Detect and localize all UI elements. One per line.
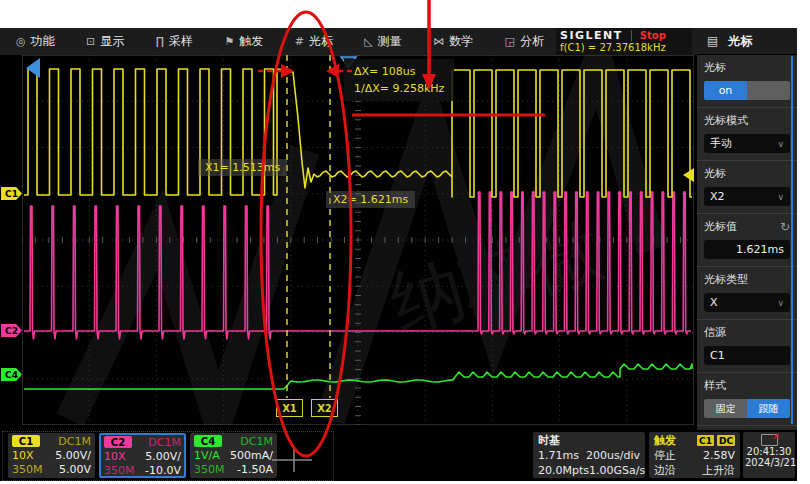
math-icon: ⋈: [433, 35, 444, 48]
c1-badge: C1: [12, 435, 40, 447]
trigger-flag-icon: ⚑: [224, 35, 234, 48]
chevron-down-icon: ∨: [777, 139, 784, 149]
menu-acquire[interactable]: ∏采样: [156, 33, 193, 50]
logo-status-block: SIGLENT Stop f(C1) = 27.37618kHz: [556, 28, 692, 55]
clock-time: 20:41:30: [745, 446, 793, 457]
x1-cursor-handle[interactable]: X1: [276, 399, 303, 417]
channel-c4-descriptor[interactable]: C4DC1M 1V/A500mA/ 350M-1.50A: [190, 433, 277, 478]
analysis-icon: ◲: [505, 35, 515, 48]
cursor-type-label: 光标类型: [704, 272, 790, 287]
clock-date: 2024/3/21: [745, 457, 793, 468]
waveform-display: 纳芯微: [22, 55, 694, 425]
measure-icon: ◺: [364, 35, 372, 48]
network-disconnected-icon[interactable]: ✕: [761, 434, 778, 446]
gear-icon: ◎: [16, 35, 26, 48]
style-segment: 固定 跟随: [704, 399, 790, 418]
menu-trigger[interactable]: ⚑触发: [224, 33, 263, 50]
channel-c2-descriptor[interactable]: C2DC1M 10X5.00V/ 350M-10.0V: [99, 433, 186, 478]
chevron-down-icon: ∨: [777, 298, 784, 308]
cursors-dialog-header[interactable]: ▤ 光标: [697, 28, 797, 55]
menu-analysis[interactable]: ◲分析: [505, 33, 544, 50]
trigger-source-badge: C1: [697, 435, 714, 446]
cursor-mode-label: 光标模式: [704, 113, 790, 128]
x2-cursor-readout: X2= 1.621ms: [326, 191, 415, 208]
cursor-icon: #: [295, 35, 304, 48]
c4-badge: C4: [194, 435, 222, 447]
x2-cursor-handle[interactable]: X2: [311, 399, 338, 417]
offset-cross-icon: [265, 438, 320, 474]
trigger-panel[interactable]: 触发 C1 DC 停止2.58V 边沿上升沿: [649, 432, 740, 478]
menu-math[interactable]: ⋈数学: [433, 33, 473, 50]
menu-cursors[interactable]: #光标: [295, 33, 333, 50]
style-label: 样式: [704, 378, 790, 393]
trigger-level-marker[interactable]: [683, 168, 694, 182]
datetime-panel: ✕ 20:41:30 2024/3/21: [743, 432, 795, 478]
menu-utility[interactable]: ◎功能: [16, 33, 55, 50]
trigger-frequency-counter: f(C1) = 27.37618kHz: [560, 42, 688, 53]
menu-display[interactable]: ⊡显示: [86, 33, 124, 50]
c2-badge: C2: [104, 436, 132, 448]
style-fixed-button[interactable]: 固定: [704, 399, 747, 418]
toggle-off[interactable]: [747, 81, 790, 100]
x1-cursor-readout: X1= 1.513ms: [198, 159, 287, 176]
cursor-select[interactable]: X2 ∨: [704, 187, 790, 206]
timebase-panel[interactable]: 时基 1.71ms200us/div 20.0Mpts1.00GSa/s: [533, 432, 645, 478]
cursor-value-field[interactable]: 1.621ms: [704, 240, 790, 259]
menu-measure[interactable]: ◺测量: [364, 33, 401, 50]
cursor-value-label: 光标值 ↻: [704, 219, 790, 234]
delta-x-value: ΔX= 108us: [354, 63, 444, 80]
delay-offscreen-marker[interactable]: [26, 58, 40, 78]
cursors-dialog: ▤ 光标 光标 on 光标模式 手动 ∨ 光标 X2 ∨ 光: [697, 28, 797, 430]
run-state-badge: Stop: [631, 30, 666, 41]
display-icon: ⊡: [86, 35, 95, 48]
cursor-mode-select[interactable]: 手动 ∨: [704, 134, 790, 153]
channel-c1-descriptor[interactable]: C1DC1M 10X5.00V/ 350M5.00V: [8, 433, 95, 478]
cursor-type-select[interactable]: X ∨: [704, 293, 790, 312]
toggle-on[interactable]: on: [704, 81, 747, 100]
cursors-enable-label: 光标: [704, 60, 790, 75]
source-label: 信源: [704, 325, 790, 340]
cursor-delta-readout: ΔX= 108us 1/ΔX= 9.258kHz: [344, 59, 454, 101]
dialog-title: 光标: [728, 33, 752, 50]
oscilloscope-screen-capture: { "menu": { "items": [ {"icon": "◎", "ic…: [0, 0, 810, 484]
siglent-logo: SIGLENT: [560, 29, 623, 42]
trigger-coupling-badge: DC: [717, 435, 735, 446]
style-follow-button[interactable]: 跟随: [747, 399, 790, 418]
cursors-toggle[interactable]: on: [704, 81, 790, 100]
refresh-icon[interactable]: ↻: [780, 220, 790, 234]
inverse-delta-x-value: 1/ΔX= 9.258kHz: [354, 80, 444, 97]
clipboard-icon: ▤: [707, 34, 718, 48]
chevron-down-icon: ∨: [777, 192, 784, 202]
acquire-icon: ∏: [156, 35, 164, 48]
status-bar: C1DC1M 10X5.00V/ 350M5.00V C2DC1M 10X5.0…: [0, 430, 797, 481]
cursor-select-label: 光标: [704, 166, 790, 181]
source-select[interactable]: C1: [704, 346, 790, 365]
sidebar-scrollbar[interactable]: [791, 56, 793, 424]
